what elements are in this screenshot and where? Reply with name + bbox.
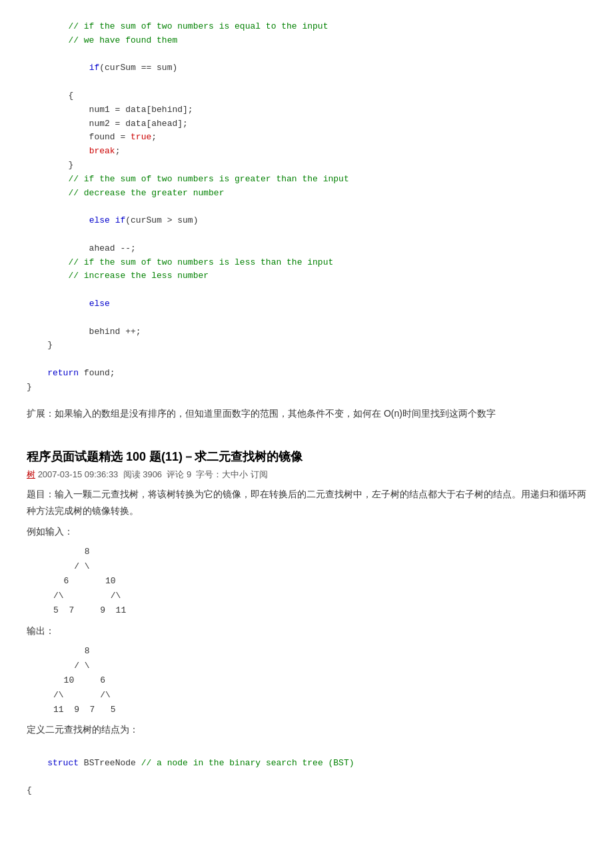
code-blank [27,353,586,367]
code-if-line: if(curSum == sum) [27,48,586,89]
ext-text: 扩展：如果输入的数组是没有排序的，但知道里面数字的范围，其他条件不变，如何在 O… [27,405,586,422]
code-if-cond: (curSum == sum) [99,63,177,73]
code-comment-2: // we have found them [27,34,586,48]
struct-kw-struct: struct [47,758,79,768]
code-return: return found; [27,367,586,381]
kw-else: else [47,299,110,309]
code-block-top: // if the sum of two numbers is equal to… [27,20,586,395]
desc-text: 题目：输入一颗二元查找树，将该树转换为它的镜像，即在转换后的二元查找树中，左子树… [27,486,586,519]
tree-link[interactable]: 树 [27,469,35,479]
code-num2: num2 = data[ahead]; [27,117,586,131]
code-ahead: ahead --; [27,242,586,256]
section-title: 程序员面试题精选 100 题(11)－求二元查找树的镜像 [27,449,586,465]
struct-brace: { [27,784,586,798]
code-else-if-cond: (curSum > sum) [125,215,198,225]
code-behind: behind ++; [27,325,586,339]
code-comment-6: // increase the less number [27,269,586,283]
input-label: 例如输入： [27,526,586,538]
code-break-kw: break [89,146,115,156]
struct-comment: // a node in the binary search tree (BST… [141,758,354,768]
code-comment-1: // if the sum of two numbers is equal to… [27,20,586,34]
output-label: 输出： [27,625,586,637]
kw-else-if: else [47,215,115,225]
code-while-close: } [27,339,586,353]
struct-name: BSTreeNode [79,758,141,768]
code-comment-3: // if the sum of two numbers is greater … [27,173,586,187]
code-found: found = true; [27,131,586,145]
code-num1: num1 = data[behind]; [27,103,586,117]
kw-return: return [47,368,79,378]
code-comment-4: // decrease the greater number [27,187,586,201]
code-else-if: else if(curSum > sum) [27,200,586,241]
kw-if: if [47,63,99,73]
code-brace-open: { [27,89,586,103]
def-label: 定义二元查找树的结点为： [27,724,586,736]
meta-info: 2007-03-15 09:36:33 阅读 3906 评论 9 字号：大中小 … [38,469,268,479]
code-else: else [27,283,586,325]
code-break: break; [27,145,586,159]
kw-if2: if [115,215,126,225]
code-true-val: true [131,132,151,142]
code-comment-5: // if the sum of two numbers is less tha… [27,256,586,270]
struct-line-1: struct BSTreeNode // a node in the binar… [27,743,586,784]
input-tree: 8 / \ 6 10 /\ /\ 5 7 9 11 [53,545,586,618]
meta-line: 树 2007-03-15 09:36:33 阅读 3906 评论 9 字号：大中… [27,469,586,481]
code-brace-close: } [27,159,586,173]
output-tree: 8 / \ 10 6 /\ /\ 11 9 7 5 [53,644,586,717]
code-func-close: } [27,381,586,395]
struct-code: struct BSTreeNode // a node in the binar… [27,743,586,798]
